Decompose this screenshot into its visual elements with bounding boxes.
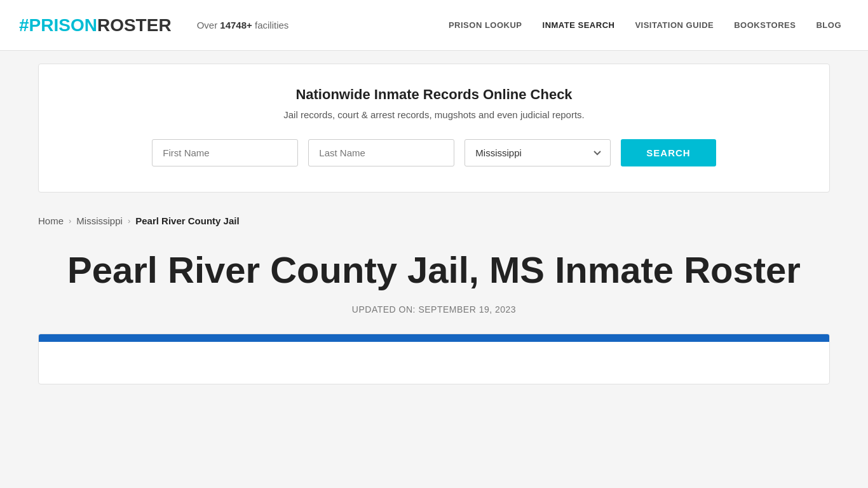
- logo-prison: PRISON: [29, 15, 97, 36]
- nav-inmate-search[interactable]: INMATE SEARCH: [535, 15, 623, 35]
- state-select[interactable]: Mississippi Alabama Alaska Arizona Arkan…: [465, 139, 611, 166]
- nav-bookstores[interactable]: BOOKSTORES: [726, 15, 803, 35]
- nav-blog[interactable]: BLOG: [808, 15, 849, 35]
- navbar: #PRISONROSTER Over 14748+ facilities PRI…: [0, 0, 868, 51]
- first-name-input[interactable]: [152, 139, 298, 166]
- logo-hash: #: [19, 15, 29, 36]
- breadcrumb-sep-2: ›: [128, 216, 130, 226]
- search-button[interactable]: SEARCH: [621, 139, 715, 166]
- breadcrumb-current: Pearl River County Jail: [135, 215, 239, 226]
- logo[interactable]: #PRISONROSTER: [19, 15, 172, 36]
- facilities-count-text: Over 14748+ facilities: [197, 20, 289, 30]
- nav-visitation-guide[interactable]: VISITATION GUIDE: [627, 15, 721, 35]
- last-name-input[interactable]: [308, 139, 454, 166]
- logo-roster: ROSTER: [97, 15, 172, 36]
- banner-title: Nationwide Inmate Records Online Check: [64, 86, 804, 103]
- breadcrumb: Home › Mississippi › Pearl River County …: [0, 205, 868, 236]
- nav-prison-lookup[interactable]: PRISON LOOKUP: [441, 15, 530, 35]
- main-content: Pearl River County Jail, MS Inmate Roste…: [0, 236, 868, 403]
- search-banner: Nationwide Inmate Records Online Check J…: [38, 64, 830, 193]
- breadcrumb-sep-1: ›: [69, 216, 71, 226]
- bottom-card-bar: [39, 334, 829, 342]
- page-title: Pearl River County Jail, MS Inmate Roste…: [38, 249, 830, 292]
- search-form: Mississippi Alabama Alaska Arizona Arkan…: [64, 139, 804, 166]
- banner-subtitle: Jail records, court & arrest records, mu…: [64, 109, 804, 120]
- bottom-card: [38, 334, 830, 384]
- updated-text: UPDATED ON: SEPTEMBER 19, 2023: [38, 304, 830, 315]
- breadcrumb-state[interactable]: Mississippi: [76, 215, 123, 226]
- nav-links: PRISON LOOKUP INMATE SEARCH VISITATION G…: [441, 15, 849, 35]
- breadcrumb-home[interactable]: Home: [38, 215, 64, 226]
